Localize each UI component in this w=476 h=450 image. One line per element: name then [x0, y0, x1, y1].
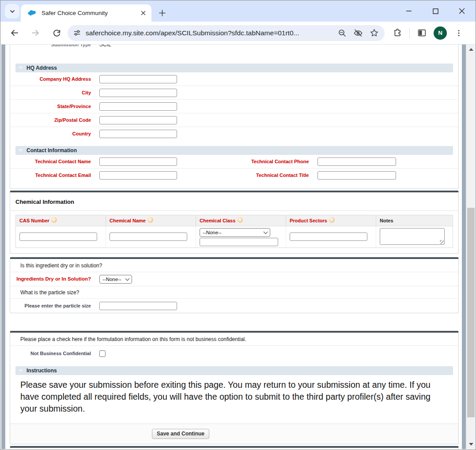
collapse-triangle-icon[interactable] — [19, 67, 23, 69]
help-icon[interactable]: ? — [329, 217, 335, 223]
chevron-down-icon — [9, 8, 15, 15]
browser-menu-icon[interactable] — [451, 26, 466, 41]
toolbar-separator — [409, 28, 410, 38]
browser-tab[interactable]: Safer Choice Community — [21, 4, 151, 22]
field-label: Technical Contact Name — [10, 159, 91, 164]
browser-window: Safer Choice Community — [0, 0, 476, 450]
field-row-state-province: State/Province — [10, 100, 458, 113]
save-and-continue-button[interactable]: Save and Continue — [152, 429, 209, 439]
cell-notes — [376, 226, 453, 248]
chevron-down-icon — [264, 230, 268, 234]
close-button[interactable] — [457, 6, 467, 16]
select-value: --None-- — [102, 277, 121, 282]
new-tab-button[interactable] — [156, 7, 168, 19]
confidential-note-row: Please place a check here if the formula… — [10, 333, 458, 346]
section-title: HQ Address — [26, 65, 57, 71]
ingredients-dry-or-solution-select[interactable]: --None-- — [99, 275, 132, 284]
url-text[interactable]: saferchoice.my.site.com/apex/SCILSubmiss… — [86, 29, 336, 37]
column-label: Chemical Name — [110, 218, 146, 223]
extensions-icon[interactable] — [390, 26, 405, 41]
section-header-contact-information[interactable]: Contact Information — [15, 146, 453, 155]
help-icon[interactable]: ? — [51, 217, 57, 223]
company-hq-address-input[interactable] — [99, 75, 177, 83]
site-settings-icon[interactable] — [73, 29, 81, 37]
column-label: Chemical Class — [200, 218, 235, 223]
cell-chemical-name — [106, 226, 196, 248]
notes-textarea[interactable] — [380, 228, 445, 245]
column-label: Product Sectors — [290, 218, 327, 223]
panel-company-info: Submission Type SCIL HQ Address Company … — [10, 45, 459, 189]
cas-number-input[interactable] — [19, 232, 97, 241]
country-input[interactable] — [99, 130, 177, 138]
window-controls — [404, 0, 472, 22]
bookmark-star-icon[interactable] — [368, 27, 380, 39]
browser-toolbar: saferchoice.my.site.com/apex/SCILSubmiss… — [0, 22, 476, 45]
panel-ingredient-state: Is this ingredient dry or in solution? I… — [10, 257, 459, 313]
technical-contact-email-input[interactable] — [99, 171, 177, 180]
technical-contact-phone-input[interactable] — [317, 158, 396, 166]
field-label: Country — [10, 131, 91, 136]
minimize-button[interactable] — [404, 6, 414, 16]
zip-postal-code-input[interactable] — [99, 116, 177, 124]
field-row-company-hq-address: Company HQ Address — [10, 72, 458, 86]
vertical-scrollbar[interactable] — [466, 45, 475, 449]
column-label: Notes — [380, 218, 393, 223]
column-header-chemical-name: Chemical Name ? — [106, 215, 196, 226]
section-header-instructions[interactable]: Instructions — [15, 366, 453, 375]
scrollbar-thumb[interactable] — [467, 208, 475, 417]
confidential-note-text: Please place a check here if the formula… — [10, 336, 246, 342]
particle-size-input[interactable] — [99, 302, 177, 310]
collapse-triangle-icon[interactable] — [19, 149, 23, 152]
salesforce-cloud-icon — [28, 10, 37, 16]
chemical-class-select[interactable]: --None-- — [200, 228, 270, 237]
field-row-zip-postal: Zip/Postal Code — [10, 113, 458, 127]
cell-cas-number — [16, 226, 106, 248]
tab-close-icon[interactable] — [139, 9, 147, 17]
field-label: Technical Contact Phone — [234, 159, 309, 164]
question-text: Is this ingredient dry or in solution? — [10, 262, 102, 269]
submission-type-label: Submission Type — [10, 45, 91, 47]
reload-icon[interactable] — [49, 26, 64, 41]
submission-type-value: SCIL — [99, 45, 111, 48]
panel-attachments: Attachments — [10, 446, 459, 449]
field-label: Zip/Postal Code — [10, 117, 91, 123]
field-row-country: Country — [10, 127, 458, 141]
scroll-down-arrow-icon[interactable] — [466, 440, 475, 448]
field-label: Not Business Confidential — [10, 351, 91, 356]
address-bar[interactable]: saferchoice.my.site.com/apex/SCILSubmiss… — [68, 25, 385, 41]
state-province-input[interactable] — [99, 102, 177, 111]
scroll-up-arrow-icon[interactable] — [466, 45, 475, 53]
collapse-triangle-icon[interactable] — [19, 369, 23, 372]
section-header-hq-address[interactable]: HQ Address — [15, 64, 453, 72]
profile-avatar[interactable]: N — [434, 26, 447, 40]
column-label: CAS Number — [19, 218, 49, 223]
product-sectors-input[interactable] — [290, 232, 367, 241]
chemical-class-other-input[interactable] — [200, 238, 278, 246]
question-row-particle: What is the particle size? — [10, 286, 458, 299]
tab-search-button[interactable] — [5, 4, 19, 19]
field-row-city: City — [10, 86, 458, 100]
column-header-cas-number: CAS Number ? — [16, 215, 106, 226]
field-label: State/Province — [10, 104, 91, 109]
password-hidden-eye-icon[interactable] — [352, 27, 364, 39]
maximize-button[interactable] — [431, 6, 440, 16]
zoom-out-icon[interactable] — [336, 27, 348, 39]
technical-contact-name-input[interactable] — [99, 158, 177, 166]
not-business-confidential-checkbox[interactable] — [99, 350, 106, 357]
resize-grip-icon[interactable] — [440, 240, 444, 244]
field-row-particle-size: Please enter the particle size — [10, 299, 458, 313]
help-icon[interactable]: ? — [237, 217, 243, 223]
help-icon[interactable]: ? — [147, 217, 153, 223]
submission-type-row: Submission Type SCIL — [10, 45, 458, 51]
question-row-dry: Is this ingredient dry or in solution? — [10, 259, 458, 272]
forward-icon[interactable] — [28, 26, 43, 41]
back-icon[interactable] — [7, 26, 22, 41]
tab-strip: Safer Choice Community — [0, 0, 476, 22]
side-panel-icon[interactable] — [414, 26, 429, 41]
button-footer: Save and Continue — [10, 424, 458, 444]
technical-contact-title-input[interactable] — [317, 171, 396, 180]
column-header-product-sectors: Product Sectors ? — [286, 215, 376, 226]
chemical-name-input[interactable] — [110, 232, 187, 241]
chemical-table-header: CAS Number ? Chemical Name ? Chemical Cl… — [16, 215, 453, 226]
city-input[interactable] — [99, 89, 177, 97]
